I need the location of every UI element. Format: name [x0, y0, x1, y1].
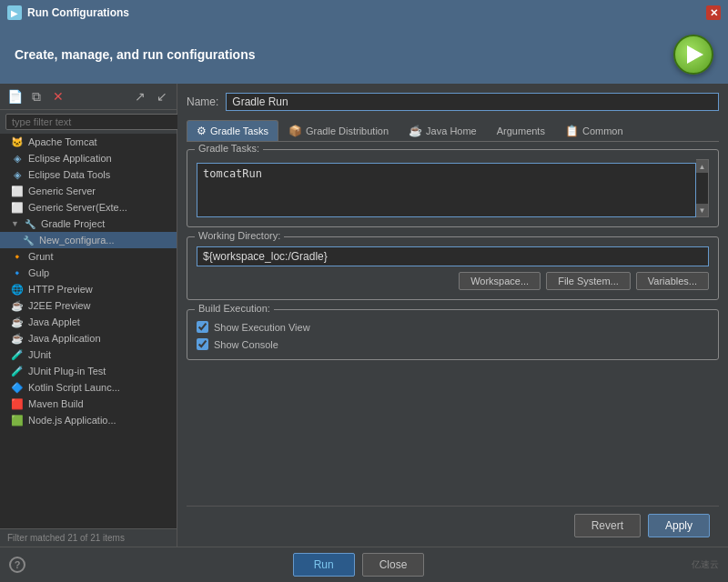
- tab-gradle-distribution[interactable]: 📦 Gradle Distribution: [278, 120, 399, 141]
- filter-input[interactable]: [5, 114, 182, 130]
- new-config-button[interactable]: 📄: [5, 87, 24, 105]
- server-icon: ⬜: [11, 185, 24, 197]
- java-home-tab-icon: ☕: [409, 125, 422, 137]
- java-app-icon: ☕: [11, 332, 24, 345]
- gradle-dist-tab-icon: 📦: [288, 125, 302, 137]
- tree-item-nodejs[interactable]: 🟩 Node.js Applicatio...: [0, 412, 177, 428]
- build-execution-fieldset: Build Execution: Show Execution View Sho…: [187, 309, 719, 360]
- title-bar: ▶ Run Configurations ✕: [0, 0, 728, 25]
- junit-icon: 🧪: [11, 348, 24, 361]
- gulp-icon: 🔹: [11, 266, 24, 279]
- name-input[interactable]: [226, 93, 719, 111]
- revert-apply-buttons: Revert Apply: [574, 514, 710, 537]
- show-execution-label: Show Execution View: [214, 322, 310, 333]
- run-configurations-window: ▶ Run Configurations ✕ Create, manage, a…: [0, 0, 728, 582]
- help-button[interactable]: ?: [9, 557, 25, 573]
- show-execution-checkbox[interactable]: [197, 321, 208, 333]
- tree-item-junit[interactable]: 🧪 JUnit: [0, 346, 177, 363]
- tree-item-apache-tomcat[interactable]: 🐱 Apache Tomcat: [0, 134, 177, 150]
- tree-item-eclipse-data[interactable]: ◈ Eclipse Data Tools: [0, 166, 177, 183]
- nodejs-icon: 🟩: [11, 414, 24, 426]
- maven-icon: 🟥: [11, 397, 24, 410]
- junit-plugin-icon: 🧪: [11, 365, 24, 377]
- tree-item-eclipse-app[interactable]: ◈ Eclipse Application: [0, 150, 177, 166]
- header-bar: Create, manage, and run configurations: [0, 25, 728, 84]
- tree-item-gulp[interactable]: 🔹 Gulp: [0, 265, 177, 281]
- tree-item-maven[interactable]: 🟥 Maven Build: [0, 396, 177, 412]
- build-execution-legend: Build Execution:: [195, 303, 274, 314]
- tree-item-kotlin[interactable]: 🔷 Kotlin Script Launc...: [0, 379, 177, 396]
- gradle-tasks-fieldset: Gradle Tasks: ▲ ▼: [187, 149, 719, 227]
- close-window-button[interactable]: ✕: [706, 5, 721, 20]
- show-execution-row: Show Execution View: [197, 321, 709, 333]
- tree-item-java-applet[interactable]: ☕ Java Applet: [0, 314, 177, 330]
- http-icon: 🌐: [11, 283, 24, 296]
- apply-button[interactable]: Apply: [648, 514, 710, 537]
- tree-item-gradle-project[interactable]: ▼ 🔧 Gradle Project: [0, 216, 177, 232]
- gradle-icon: 🔧: [24, 217, 36, 230]
- filesystem-button[interactable]: File System...: [546, 272, 631, 290]
- header-title: Create, manage, and run configurations: [15, 47, 256, 62]
- scroll-down-btn[interactable]: ▼: [696, 204, 708, 216]
- tree-item-new-config[interactable]: 🔧 New_configura...: [0, 232, 177, 248]
- bottom-buttons: Revert Apply: [187, 506, 719, 537]
- filter-status: Filter matched 21 of 21 items: [0, 528, 177, 547]
- tab-arguments[interactable]: Arguments: [487, 120, 555, 141]
- window-icon: ▶: [7, 5, 22, 20]
- copy-config-button[interactable]: ⧉: [27, 87, 46, 105]
- left-panel: 📄 ⧉ ✕ ↗ ↙ 🐱 Apache Tomcat ◈ Eclipse Appl…: [0, 84, 177, 547]
- kotlin-icon: 🔷: [11, 381, 24, 394]
- revert-button[interactable]: Revert: [574, 514, 641, 537]
- show-console-checkbox[interactable]: [197, 338, 208, 350]
- show-console-row: Show Console: [197, 338, 709, 350]
- left-toolbar: 📄 ⧉ ✕ ↗ ↙: [0, 84, 177, 110]
- close-button[interactable]: Close: [362, 553, 425, 577]
- tab-java-home[interactable]: ☕ Java Home: [399, 120, 487, 141]
- workspace-button[interactable]: Workspace...: [459, 272, 541, 290]
- tree-item-grunt[interactable]: 🔸 Grunt: [0, 248, 177, 265]
- tab-gradle-tasks[interactable]: ⚙ Gradle Tasks: [187, 120, 278, 141]
- scroll-up-btn[interactable]: ▲: [696, 160, 708, 173]
- variables-button[interactable]: Variables...: [636, 272, 709, 290]
- export-button[interactable]: ↗: [131, 87, 149, 105]
- form-area: Gradle Tasks: ▲ ▼ Working Directory:: [187, 142, 719, 506]
- tabs: ⚙ Gradle Tasks 📦 Gradle Distribution ☕ J…: [187, 120, 719, 142]
- tomcat-icon: 🐱: [11, 135, 24, 148]
- new-config-icon: 🔧: [22, 234, 35, 246]
- gradle-tasks-legend: Gradle Tasks:: [195, 143, 263, 154]
- name-row: Name:: [187, 93, 719, 111]
- run-config-button[interactable]: Run: [293, 553, 355, 577]
- j2ee-icon: ☕: [11, 299, 24, 312]
- server-ext-icon: ⬜: [11, 201, 24, 214]
- gradle-tasks-input[interactable]: [197, 163, 696, 217]
- tree-item-generic-server-ext[interactable]: ⬜ Generic Server(Exte...: [0, 199, 177, 216]
- working-dir-input[interactable]: [197, 246, 709, 266]
- delete-config-button[interactable]: ✕: [49, 87, 67, 105]
- grunt-icon: 🔸: [11, 250, 24, 263]
- tab-common[interactable]: 📋 Common: [555, 120, 633, 141]
- run-icon: [687, 45, 703, 64]
- show-console-label: Show Console: [214, 339, 278, 350]
- tree-item-java-app[interactable]: ☕ Java Application: [0, 330, 177, 346]
- eclipse-data-icon: ◈: [11, 168, 24, 181]
- working-directory-fieldset: Working Directory: Workspace... File Sys…: [187, 236, 719, 300]
- main-content: 📄 ⧉ ✕ ↗ ↙ 🐱 Apache Tomcat ◈ Eclipse Appl…: [0, 84, 728, 547]
- very-bottom-bar: ? Run Close 亿速云: [0, 547, 728, 582]
- tree-item-generic-server[interactable]: ⬜ Generic Server: [0, 183, 177, 199]
- dir-buttons: Workspace... File System... Variables...: [197, 272, 709, 290]
- gradle-expand-arrow: ▼: [11, 219, 19, 228]
- java-applet-icon: ☕: [11, 316, 24, 328]
- window-title: Run Configurations: [27, 6, 701, 19]
- common-tab-icon: 📋: [565, 125, 579, 137]
- watermark: 亿速云: [692, 558, 719, 571]
- gradle-tasks-tab-icon: ⚙: [197, 125, 207, 137]
- tree-item-j2ee[interactable]: ☕ J2EE Preview: [0, 297, 177, 314]
- import-button[interactable]: ↙: [153, 87, 171, 105]
- tree-item-http-preview[interactable]: 🌐 HTTP Preview: [0, 281, 177, 297]
- working-dir-legend: Working Directory:: [195, 230, 284, 241]
- eclipse-icon: ◈: [11, 152, 24, 165]
- run-button[interactable]: [673, 35, 713, 75]
- config-tree: 🐱 Apache Tomcat ◈ Eclipse Application ◈ …: [0, 134, 177, 528]
- tree-item-junit-plugin[interactable]: 🧪 JUnit Plug-in Test: [0, 363, 177, 379]
- name-label: Name:: [187, 95, 218, 108]
